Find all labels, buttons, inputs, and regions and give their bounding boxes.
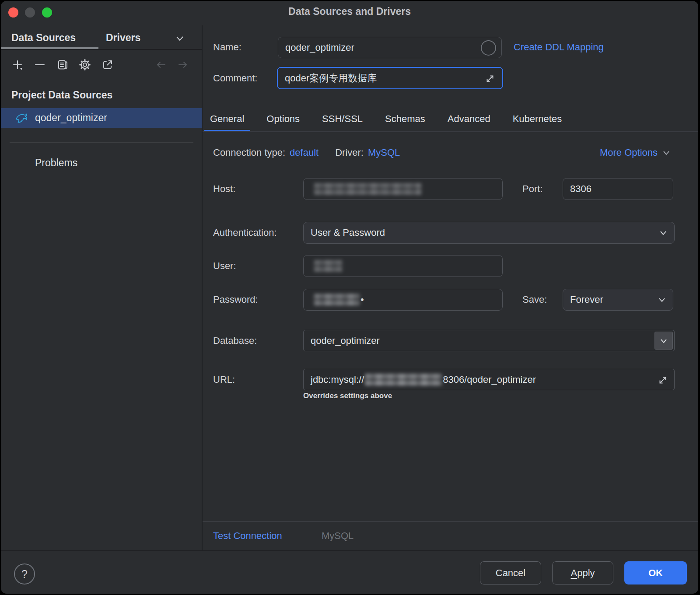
help-button[interactable]: ? [14,564,35,584]
url-redacted-host [365,374,442,385]
database-combobox[interactable]: qoder_optimizer [303,330,675,351]
tab-strip-divider [203,131,698,132]
create-ddl-mapping-link[interactable]: Create DDL Mapping [514,37,604,58]
comment-label: Comment: [213,73,257,84]
sidebar-tabs-border [1,49,202,50]
save-dropdown[interactable]: Forever [563,289,673,311]
user-redacted-value [314,260,342,272]
sidebar-tab-label: Data Sources [11,32,76,44]
authentication-dropdown[interactable]: User & Password [303,222,675,244]
database-row: Database: [213,330,257,351]
test-connection-link[interactable]: Test Connection [213,522,282,550]
data-source-properties-button[interactable] [77,57,93,73]
comment-value: qoder案例专用数据库 [285,72,377,85]
password-dot: • [360,294,364,305]
save-label: Save: [522,294,547,305]
apply-label: Apply [570,567,595,579]
connection-type-value[interactable]: default [290,147,318,158]
tab-options[interactable]: Options [260,106,306,132]
minus-icon [33,58,46,71]
data-sources-dialog: Data Sources and Drivers Data Sources Dr… [1,1,698,594]
tab-label: Schemas [385,113,425,125]
driver-value[interactable]: MySQL [368,147,400,158]
duplicate-data-source-button[interactable] [55,57,70,73]
url-row: URL: [213,369,235,390]
more-options-label: More Options [600,147,658,158]
ok-label: OK [648,567,663,579]
tab-ssh-ssl[interactable]: SSH/SSL [316,106,369,132]
name-loading-circle-icon [481,40,496,56]
create-ddl-mapping-label: Create DDL Mapping [514,42,604,53]
authentication-value: User & Password [311,227,385,238]
host-field[interactable] [303,178,503,200]
data-source-item-qoder-optimizer[interactable]: qoder_optimizer [1,108,202,128]
expand-url-icon[interactable] [657,374,669,386]
back-button[interactable] [153,57,169,73]
driver-label: Driver: [335,147,364,158]
save-row: Save: [522,289,547,311]
save-value: Forever [570,294,603,305]
sidebar-tab-label: Drivers [106,32,140,44]
dialog-title: Data Sources and Drivers [1,6,698,18]
sidebar-item-problems[interactable]: Problems [1,154,202,172]
database-label: Database: [213,335,257,346]
tab-label: Advanced [448,113,490,125]
name-value: qoder_optimizer [285,42,354,53]
tab-advanced[interactable]: Advanced [441,106,497,132]
test-connection-label: Test Connection [213,530,282,542]
forward-button[interactable] [175,57,191,73]
copy-icon [56,58,69,71]
url-field[interactable]: jdbc:mysql:// 8306/qoder_optimizer [303,369,675,390]
database-dropdown-button[interactable] [654,332,673,350]
port-row: Port: [522,178,542,200]
connection-type-row: Connection type: default Driver: MySQL [213,142,400,163]
sidebar-tab-drivers[interactable]: Drivers [106,27,140,48]
comment-row: Comment: [213,67,257,89]
sidebar-separator [10,142,193,143]
expand-comment-icon[interactable] [484,73,496,85]
problems-label: Problems [35,157,77,169]
tab-label: Kubernetes [513,113,562,125]
name-row: Name: [213,37,242,58]
plus-icon [11,58,24,71]
comment-field[interactable]: qoder案例专用数据库 [277,67,503,89]
project-data-sources-header: Project Data Sources [11,89,112,101]
port-value: 8306 [570,183,592,195]
cancel-button[interactable]: Cancel [480,561,541,584]
add-data-source-button[interactable] [10,57,25,73]
user-field[interactable] [303,255,503,277]
more-options-control[interactable]: More Options [600,142,671,163]
tab-label: General [210,113,244,125]
tab-label: Options [266,113,300,125]
tab-schemas[interactable]: Schemas [379,106,431,132]
sidebar-tab-data-sources[interactable]: Data Sources [11,27,76,48]
sidebar-collapse-chevron-down-icon[interactable] [173,33,186,44]
password-row: Password: [213,289,258,311]
password-label: Password: [213,294,258,305]
url-label: URL: [213,374,235,385]
sidebar-divider [202,25,203,551]
port-field[interactable]: 8306 [563,178,673,200]
cancel-label: Cancel [496,567,525,579]
arrow-right-icon [176,58,189,71]
chevron-down-icon [662,148,671,158]
gear-icon [78,58,91,71]
url-suffix: 8306/qoder_optimizer [443,374,536,385]
tab-general[interactable]: General [204,106,250,132]
chevron-down-icon [658,336,669,346]
url-note: Overrides settings above [303,392,392,400]
password-field[interactable]: • [303,289,503,311]
tab-kubernetes[interactable]: Kubernetes [507,106,568,132]
host-row: Host: [213,178,235,200]
password-redacted-value [314,294,360,305]
chevron-down-icon [658,228,668,238]
open-in-new-window-button[interactable] [100,57,116,73]
connection-type-label: Connection type: [213,147,285,158]
remove-data-source-button[interactable] [32,57,48,73]
name-field[interactable]: qoder_optimizer [278,37,502,58]
apply-button[interactable]: Apply [552,561,613,584]
host-redacted-value [314,183,421,195]
chevron-down-icon [657,294,667,305]
ok-button[interactable]: OK [624,561,687,584]
open-in-new-icon [101,58,114,71]
